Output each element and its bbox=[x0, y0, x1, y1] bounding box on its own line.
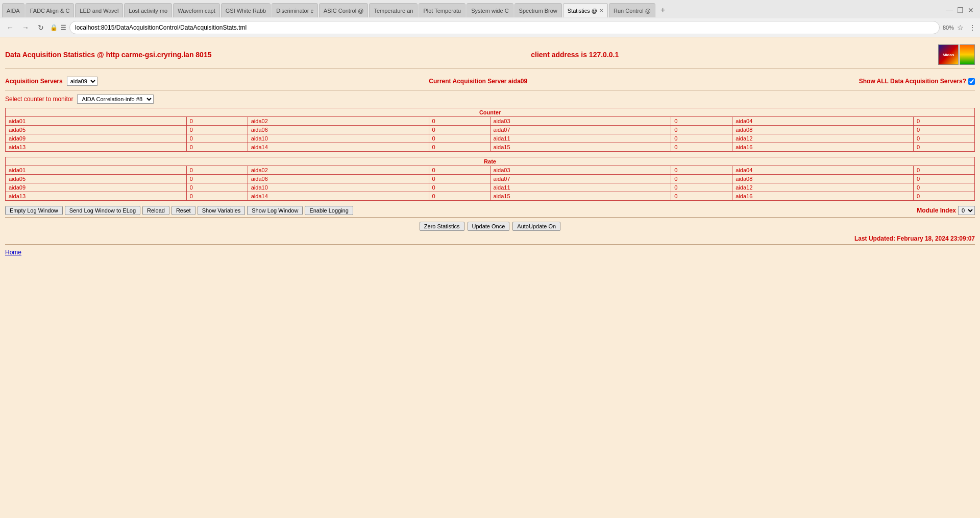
tab-waveform[interactable]: Waveform capt bbox=[173, 3, 220, 17]
table-cell-name: aida07 bbox=[490, 126, 671, 134]
table-cell-name: aida11 bbox=[490, 134, 671, 143]
table-cell-value: 0 bbox=[671, 117, 732, 126]
table-cell-name: aida08 bbox=[732, 126, 914, 134]
tab-statistics[interactable]: Statistics @ ✕ bbox=[563, 3, 608, 17]
midas-logo: Midas bbox=[938, 44, 959, 65]
restore-icon[interactable]: ❐ bbox=[957, 6, 964, 14]
table-cell-value: 0 bbox=[671, 134, 732, 143]
show-variables-button[interactable]: Show Variables bbox=[198, 206, 246, 215]
table-cell-value: 0 bbox=[186, 166, 248, 175]
table-cell-value: 0 bbox=[186, 117, 248, 126]
security-icon: 🔒 bbox=[50, 24, 58, 31]
browser-chrome: AIDA FADC Align & C LED and Wavel Lost a… bbox=[0, 0, 980, 37]
bookmark-icon[interactable]: ☆ bbox=[957, 23, 964, 32]
address-bar: ← → ↻ 🔒 ☰ 80% ☆ ⋮ bbox=[0, 18, 980, 37]
table-cell-name: aida04 bbox=[732, 166, 914, 175]
tab-fadc[interactable]: FADC Align & C bbox=[26, 3, 75, 17]
auto-update-button[interactable]: AutoUpdate On bbox=[512, 222, 560, 231]
page-header: Data Acquisition Statistics @ http carme… bbox=[5, 41, 975, 68]
table-row: aida130aida140aida150aida160 bbox=[6, 143, 975, 152]
current-server: Current Acquisition Server aida09 bbox=[97, 78, 859, 85]
table-cell-value: 0 bbox=[914, 175, 975, 183]
table-cell-value: 0 bbox=[429, 117, 490, 126]
table-cell-name: aida13 bbox=[6, 143, 187, 152]
tab-discriminator[interactable]: Discriminator c bbox=[272, 3, 318, 17]
table-cell-value: 0 bbox=[914, 143, 975, 152]
table-cell-name: aida12 bbox=[732, 134, 914, 143]
new-tab-button[interactable]: + bbox=[656, 4, 669, 17]
table-cell-name: aida07 bbox=[490, 175, 671, 183]
send-log-button[interactable]: Send Log Window to ELog bbox=[65, 206, 140, 215]
home-link[interactable]: Home bbox=[5, 249, 21, 256]
tab-spectrum[interactable]: Spectrum Brow bbox=[514, 3, 562, 17]
table-cell-value: 0 bbox=[186, 126, 248, 134]
table-row: aida010aida020aida030aida040 bbox=[6, 117, 975, 126]
table-cell-value: 0 bbox=[914, 166, 975, 175]
table-row: aida090aida100aida110aida120 bbox=[6, 183, 975, 192]
table-cell-value: 0 bbox=[429, 183, 490, 192]
buttons-section: Empty Log Window Send Log Window to ELog… bbox=[5, 206, 975, 218]
url-input[interactable] bbox=[69, 21, 940, 34]
tab-runcontrol[interactable]: Run Control @ bbox=[609, 3, 655, 17]
table-cell-name: aida04 bbox=[732, 117, 914, 126]
refresh-button[interactable]: ↻ bbox=[35, 21, 47, 34]
rate-table: Rate aida010aida020aida030aida040aida050… bbox=[5, 157, 975, 201]
show-all-label: Show ALL Data Acquisition Servers? bbox=[859, 78, 966, 85]
reader-icon[interactable]: ☰ bbox=[61, 24, 66, 31]
table-row: aida010aida020aida030aida040 bbox=[6, 166, 975, 175]
reset-button[interactable]: Reset bbox=[172, 206, 195, 215]
tab-asic[interactable]: ASIC Control @ bbox=[319, 3, 368, 17]
acquisition-server-select[interactable]: aida09 bbox=[67, 77, 97, 86]
forward-button[interactable]: → bbox=[19, 21, 32, 34]
table-cell-name: aida14 bbox=[248, 192, 429, 201]
counter-select-section: Select counter to monitor AIDA Correlati… bbox=[5, 95, 975, 104]
table-cell-name: aida03 bbox=[490, 166, 671, 175]
table-cell-value: 0 bbox=[429, 192, 490, 201]
tab-system[interactable]: System wide C bbox=[467, 3, 513, 17]
server-left: Acquisition Servers aida09 bbox=[5, 77, 97, 86]
module-index-select[interactable]: 0 bbox=[958, 206, 975, 215]
show-log-window-button[interactable]: Show Log Window bbox=[247, 206, 303, 215]
show-all-servers: Show ALL Data Acquisition Servers? bbox=[859, 78, 975, 85]
zero-statistics-button[interactable]: Zero Statistics bbox=[420, 222, 464, 231]
close-window-icon[interactable]: ✕ bbox=[968, 6, 974, 14]
tab-close-icon[interactable]: ✕ bbox=[599, 8, 603, 13]
counter-section-header: Counter bbox=[6, 108, 975, 117]
tab-plot[interactable]: Plot Temperatu bbox=[419, 3, 465, 17]
table-cell-name: aida06 bbox=[248, 126, 429, 134]
secondary-logo bbox=[960, 44, 975, 65]
table-cell-value: 0 bbox=[429, 126, 490, 134]
table-row: aida090aida100aida110aida120 bbox=[6, 134, 975, 143]
tab-gsi[interactable]: GSI White Rabb bbox=[221, 3, 271, 17]
zoom-level: 80% bbox=[943, 25, 954, 31]
table-cell-value: 0 bbox=[429, 143, 490, 152]
reload-button[interactable]: Reload bbox=[142, 206, 169, 215]
module-index-label: Module Index bbox=[917, 207, 956, 214]
table-cell-name: aida13 bbox=[6, 192, 187, 201]
module-index-area: Module Index 0 bbox=[917, 206, 975, 215]
tab-aida[interactable]: AIDA bbox=[2, 3, 24, 17]
extensions-area: ⋮ bbox=[969, 23, 976, 32]
table-cell-value: 0 bbox=[671, 126, 732, 134]
page-content: Data Acquisition Statistics @ http carme… bbox=[0, 37, 980, 518]
table-cell-name: aida10 bbox=[248, 183, 429, 192]
table-cell-value: 0 bbox=[671, 192, 732, 201]
table-cell-value: 0 bbox=[914, 192, 975, 201]
table-cell-value: 0 bbox=[429, 175, 490, 183]
table-cell-value: 0 bbox=[671, 143, 732, 152]
tab-temperature[interactable]: Temperature an bbox=[369, 3, 418, 17]
empty-log-button[interactable]: Empty Log Window bbox=[5, 206, 63, 215]
enable-logging-button[interactable]: Enable Logging bbox=[305, 206, 353, 215]
back-button[interactable]: ← bbox=[4, 21, 16, 34]
minimize-icon[interactable]: — bbox=[946, 6, 953, 14]
table-row: aida050aida060aida070aida080 bbox=[6, 126, 975, 134]
counter-select[interactable]: AIDA Correlation-info #8 bbox=[77, 95, 154, 104]
table-cell-value: 0 bbox=[671, 166, 732, 175]
tab-lost[interactable]: Lost activity mo bbox=[124, 3, 172, 17]
show-all-checkbox[interactable] bbox=[968, 78, 975, 85]
table-row: aida050aida060aida070aida080 bbox=[6, 175, 975, 183]
tab-bar: AIDA FADC Align & C LED and Wavel Lost a… bbox=[0, 0, 980, 18]
tab-led[interactable]: LED and Wavel bbox=[75, 3, 123, 17]
extensions-icon[interactable]: ⋮ bbox=[969, 23, 976, 32]
update-once-button[interactable]: Update Once bbox=[468, 222, 510, 231]
